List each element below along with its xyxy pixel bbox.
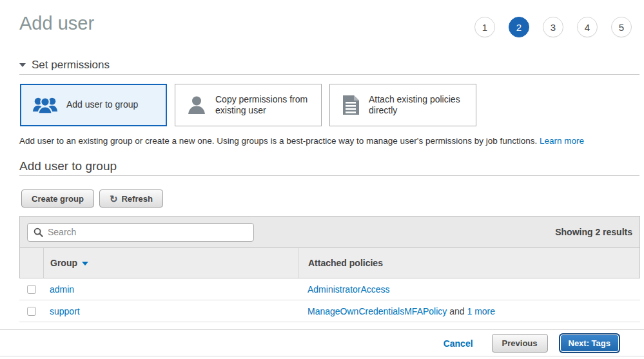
groups-table: Showing 2 results Group Attached policie… bbox=[19, 216, 640, 322]
policy-link[interactable]: ManageOwnCredentialsMFAPolicy bbox=[307, 306, 447, 316]
table-toolbar: Showing 2 results bbox=[19, 216, 640, 248]
cancel-link[interactable]: Cancel bbox=[444, 338, 473, 349]
collapse-caret-icon bbox=[19, 63, 26, 67]
table-header-row: Group Attached policies bbox=[19, 248, 640, 278]
table-row-support: support ManageOwnCredentialsMFAPolicy an… bbox=[19, 300, 640, 322]
search-icon bbox=[34, 228, 43, 237]
step-4: 4 bbox=[577, 17, 598, 37]
permissions-description: Add user to an existing group or create … bbox=[19, 136, 638, 146]
group-cell: admin bbox=[43, 278, 298, 300]
row-checkbox[interactable] bbox=[27, 307, 36, 316]
document-icon bbox=[341, 95, 360, 115]
search-input[interactable] bbox=[48, 227, 248, 237]
previous-button[interactable]: Previous bbox=[492, 334, 548, 353]
user-icon bbox=[186, 95, 207, 115]
card-add-user-to-group[interactable]: Add user to group bbox=[20, 84, 167, 126]
description-text: Add user to an existing group or create … bbox=[19, 136, 537, 146]
create-group-button[interactable]: Create group bbox=[21, 189, 94, 208]
next-tags-button[interactable]: Next: Tags bbox=[559, 333, 621, 353]
column-header-attached-policies: Attached policies bbox=[298, 248, 639, 278]
group-cell: support bbox=[43, 300, 298, 322]
step-1: 1 bbox=[474, 17, 495, 37]
row-checkbox-cell bbox=[19, 300, 43, 322]
row-checkbox-cell bbox=[19, 278, 43, 300]
results-count: Showing 2 results bbox=[555, 227, 632, 237]
set-permissions-heading: Set permissions bbox=[32, 59, 110, 72]
add-user-to-group-heading: Add user to group bbox=[19, 159, 117, 173]
page-title: Add user bbox=[19, 13, 94, 34]
learn-more-link[interactable]: Learn more bbox=[540, 136, 584, 146]
sort-desc-icon bbox=[82, 262, 88, 266]
card-label: Add user to group bbox=[66, 99, 163, 111]
policy-link[interactable]: AdministratorAccess bbox=[307, 284, 390, 295]
set-permissions-section-header[interactable]: Set permissions bbox=[19, 59, 110, 72]
header-checkbox-cell bbox=[20, 248, 44, 278]
section-divider bbox=[19, 74, 639, 75]
step-2-active: 2 bbox=[509, 17, 529, 37]
footer-divider bbox=[0, 329, 644, 330]
group-link[interactable]: admin bbox=[50, 284, 74, 295]
card-copy-permissions[interactable]: Copy permissions from existing user bbox=[175, 84, 322, 126]
card-attach-policies[interactable]: Attach existing policies directly bbox=[329, 84, 476, 126]
table-row-admin: admin AdministratorAccess bbox=[19, 278, 640, 300]
step-5: 5 bbox=[611, 17, 632, 37]
group-link[interactable]: support bbox=[50, 306, 80, 316]
refresh-button[interactable]: ↻ Refresh bbox=[99, 189, 163, 208]
policies-cell: ManageOwnCredentialsMFAPolicy and 1 more bbox=[298, 300, 640, 322]
create-group-label: Create group bbox=[32, 194, 84, 204]
group-actions: Create group ↻ Refresh bbox=[21, 189, 163, 208]
card-label: Copy permissions from existing user bbox=[215, 94, 312, 117]
group-column-label: Group bbox=[50, 258, 77, 268]
section-divider bbox=[19, 175, 639, 176]
user-group-icon bbox=[32, 95, 58, 115]
step-3: 3 bbox=[543, 17, 563, 37]
refresh-label: Refresh bbox=[121, 194, 152, 204]
wizard-step-indicator: 1 2 3 4 5 bbox=[474, 17, 632, 37]
refresh-icon: ↻ bbox=[110, 194, 118, 204]
policies-cell: AdministratorAccess bbox=[298, 278, 640, 300]
row-checkbox[interactable] bbox=[27, 285, 36, 294]
page-bottom-divider bbox=[0, 356, 644, 356]
column-header-group[interactable]: Group bbox=[44, 248, 298, 278]
more-policies-link[interactable]: 1 more bbox=[467, 306, 495, 316]
card-label: Attach existing policies directly bbox=[369, 94, 465, 117]
search-box[interactable] bbox=[27, 223, 254, 242]
permission-option-cards: Add user to group Copy permissions from … bbox=[20, 84, 476, 126]
previous-label: Previous bbox=[502, 338, 538, 348]
joiner-text: and bbox=[447, 306, 467, 316]
wizard-footer: Cancel Previous Next: Tags bbox=[444, 333, 620, 353]
policies-column-label: Attached policies bbox=[308, 258, 383, 268]
next-label: Next: Tags bbox=[569, 338, 611, 348]
